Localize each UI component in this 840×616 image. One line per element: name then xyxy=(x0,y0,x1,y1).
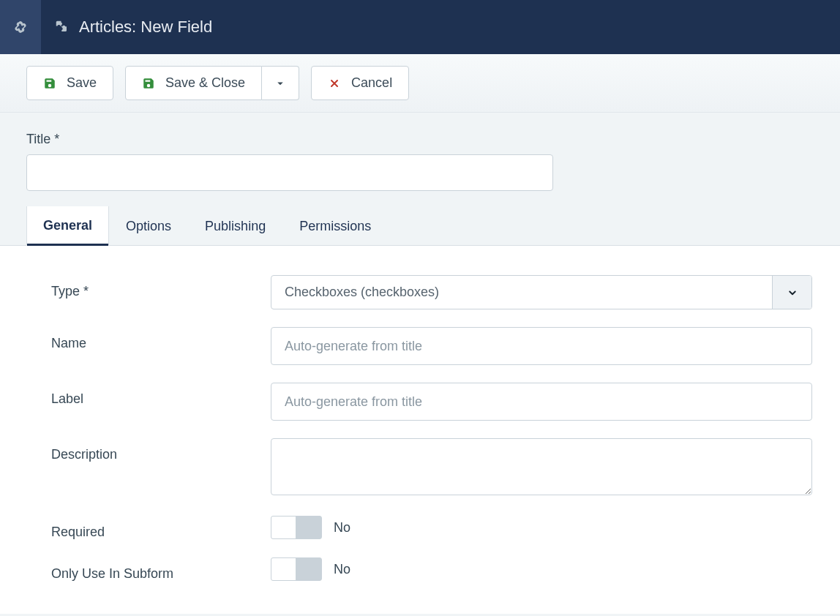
save-icon xyxy=(43,77,56,90)
toggle-knob xyxy=(296,517,321,538)
cancel-button[interactable]: Cancel xyxy=(311,66,409,100)
type-label: Type * xyxy=(51,275,271,299)
save-button[interactable]: Save xyxy=(26,66,113,100)
row-description: Description xyxy=(51,438,814,498)
close-icon xyxy=(328,77,341,90)
tab-strip: General Options Publishing Permissions xyxy=(0,206,840,246)
chevron-down-icon xyxy=(786,286,799,299)
title-label: Title * xyxy=(26,132,814,147)
tab-label: Permissions xyxy=(299,219,371,233)
type-caret xyxy=(772,276,811,309)
only-subform-toggle[interactable] xyxy=(271,557,322,581)
title-area: Title * xyxy=(0,113,840,206)
header-bar: Articles: New Field xyxy=(0,0,840,54)
row-label: Label xyxy=(51,383,814,421)
tab-publishing[interactable]: Publishing xyxy=(188,206,282,246)
only-subform-value: No xyxy=(334,562,350,577)
chevron-down-icon xyxy=(274,77,287,90)
save-close-dropdown[interactable] xyxy=(262,66,299,100)
tab-permissions[interactable]: Permissions xyxy=(282,206,388,246)
row-required: Required No xyxy=(51,516,814,540)
tab-general[interactable]: General xyxy=(26,206,109,246)
description-input[interactable] xyxy=(271,438,812,495)
joomla-logo[interactable] xyxy=(0,0,41,54)
type-select[interactable]: Checkboxes (checkboxes) xyxy=(271,275,812,309)
required-value: No xyxy=(334,520,350,536)
required-toggle[interactable] xyxy=(271,516,322,539)
description-label: Description xyxy=(51,438,271,462)
puzzle-icon xyxy=(56,20,69,34)
save-label: Save xyxy=(67,75,97,91)
tab-label: General xyxy=(43,218,92,233)
toolbar: Save Save & Close Cancel xyxy=(0,54,840,113)
title-input[interactable] xyxy=(26,154,553,191)
general-panel: Type * Checkboxes (checkboxes) Name Labe… xyxy=(0,246,840,614)
joomla-icon xyxy=(14,20,27,34)
name-input[interactable] xyxy=(271,327,812,365)
page-title: Articles: New Field xyxy=(79,18,212,37)
save-close-label: Save & Close xyxy=(165,75,245,91)
only-subform-label: Only Use In Subform xyxy=(51,557,271,582)
row-name: Name xyxy=(51,327,814,365)
save-close-group: Save & Close xyxy=(125,66,299,100)
required-label: Required xyxy=(51,516,271,540)
tab-label: Publishing xyxy=(205,219,266,233)
cancel-label: Cancel xyxy=(351,75,392,91)
type-value: Checkboxes (checkboxes) xyxy=(271,276,772,309)
toggle-knob xyxy=(296,558,321,580)
tab-options[interactable]: Options xyxy=(109,206,188,246)
save-icon xyxy=(142,77,155,90)
tab-label: Options xyxy=(126,219,171,233)
save-close-button[interactable]: Save & Close xyxy=(125,66,262,100)
label-input[interactable] xyxy=(271,383,812,421)
name-label: Name xyxy=(51,327,271,351)
label-label: Label xyxy=(51,383,271,407)
row-type: Type * Checkboxes (checkboxes) xyxy=(51,275,814,309)
header-title-wrap: Articles: New Field xyxy=(41,0,212,54)
row-only-subform: Only Use In Subform No xyxy=(51,557,814,582)
